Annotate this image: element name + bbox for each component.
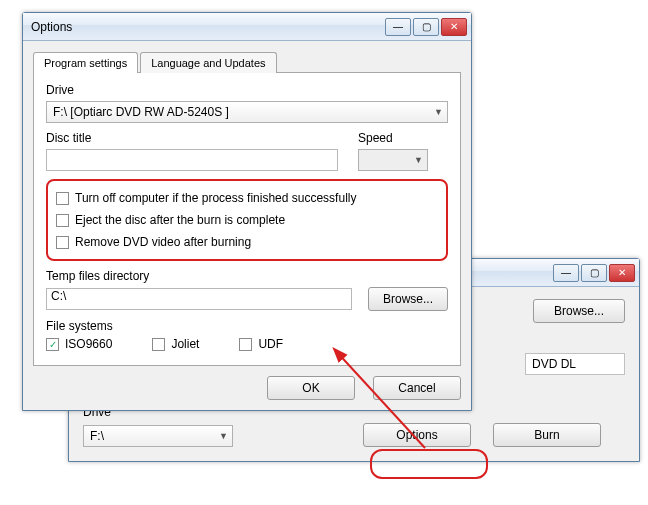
checkbox-remove-dvd[interactable] <box>56 236 69 249</box>
checkbox-iso9660-label: ISO9660 <box>65 337 112 351</box>
cancel-button[interactable]: Cancel <box>373 376 461 400</box>
options-button[interactable]: Options <box>363 423 471 447</box>
minimize-button[interactable]: — <box>553 264 579 282</box>
browse-button[interactable]: Browse... <box>533 299 625 323</box>
options-title: Options <box>31 20 385 34</box>
filesystems-label: File systems <box>46 319 448 333</box>
checkbox-joliet-label: Joliet <box>171 337 199 351</box>
temp-dir-value: C:\ <box>51 289 66 303</box>
checkbox-udf[interactable] <box>239 338 252 351</box>
chevron-down-icon: ▼ <box>414 155 423 165</box>
dialog-minimize-button[interactable]: — <box>385 18 411 36</box>
burn-button[interactable]: Burn <box>493 423 601 447</box>
ok-button[interactable]: OK <box>267 376 355 400</box>
options-drive-value: F:\ [Optiarc DVD RW AD-5240S ] <box>53 105 229 119</box>
drive-label: Drive <box>46 83 448 97</box>
speed-label: Speed <box>358 131 448 145</box>
close-button[interactable]: ✕ <box>609 264 635 282</box>
disc-title-input[interactable] <box>46 149 338 171</box>
tab-language-updates[interactable]: Language and Updates <box>140 52 276 73</box>
checkbox-turnoff-label: Turn off computer if the process finishe… <box>75 191 356 205</box>
options-dialog: Options — ▢ ✕ Program settings Language … <box>22 12 472 411</box>
chevron-down-icon: ▼ <box>434 107 443 117</box>
maximize-button[interactable]: ▢ <box>581 264 607 282</box>
drive-select[interactable]: F:\ ▼ <box>83 425 233 447</box>
tab-panel: Drive F:\ [Optiarc DVD RW AD-5240S ] ▼ D… <box>33 72 461 366</box>
checkbox-eject-label: Eject the disc after the burn is complet… <box>75 213 285 227</box>
options-body: Program settings Language and Updates Dr… <box>23 41 471 410</box>
media-type-field: DVD DL <box>525 353 625 375</box>
tab-program-settings[interactable]: Program settings <box>33 52 138 73</box>
dialog-maximize-button[interactable]: ▢ <box>413 18 439 36</box>
speed-select[interactable]: ▼ <box>358 149 428 171</box>
temp-dir-label: Temp files directory <box>46 269 448 283</box>
disc-title-label: Disc title <box>46 131 338 145</box>
highlight-annotation: Turn off computer if the process finishe… <box>46 179 448 261</box>
drive-select-value: F:\ <box>90 429 104 443</box>
checkbox-joliet[interactable] <box>152 338 165 351</box>
checkbox-turnoff[interactable] <box>56 192 69 205</box>
checkbox-iso9660[interactable]: ✓ <box>46 338 59 351</box>
temp-dir-input[interactable]: C:\ <box>46 288 352 310</box>
options-drive-select[interactable]: F:\ [Optiarc DVD RW AD-5240S ] ▼ <box>46 101 448 123</box>
checkbox-eject[interactable] <box>56 214 69 227</box>
checkbox-remove-dvd-label: Remove DVD video after burning <box>75 235 251 249</box>
tabs: Program settings Language and Updates <box>33 51 461 72</box>
chevron-down-icon: ▼ <box>219 431 228 441</box>
dialog-close-button[interactable]: ✕ <box>441 18 467 36</box>
checkbox-udf-label: UDF <box>258 337 283 351</box>
temp-browse-button[interactable]: Browse... <box>368 287 448 311</box>
options-titlebar: Options — ▢ ✕ <box>23 13 471 41</box>
media-type-text: DVD DL <box>532 357 576 371</box>
